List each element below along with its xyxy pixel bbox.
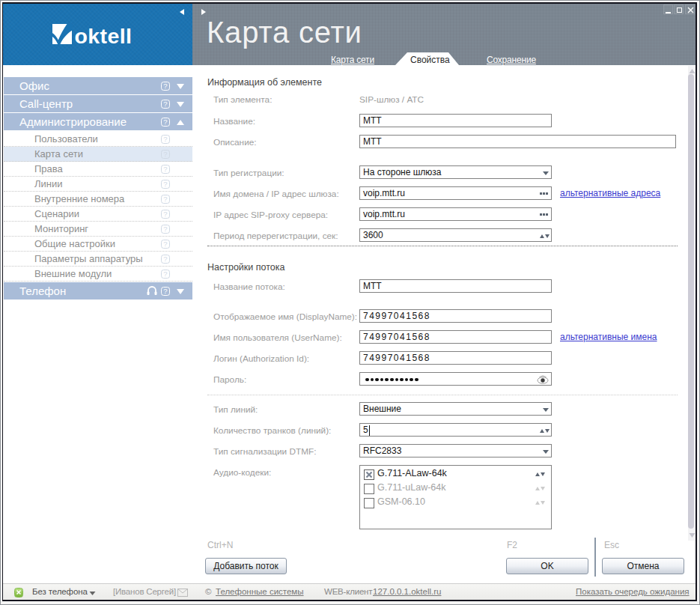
- svg-text:oktell: oktell: [75, 24, 133, 48]
